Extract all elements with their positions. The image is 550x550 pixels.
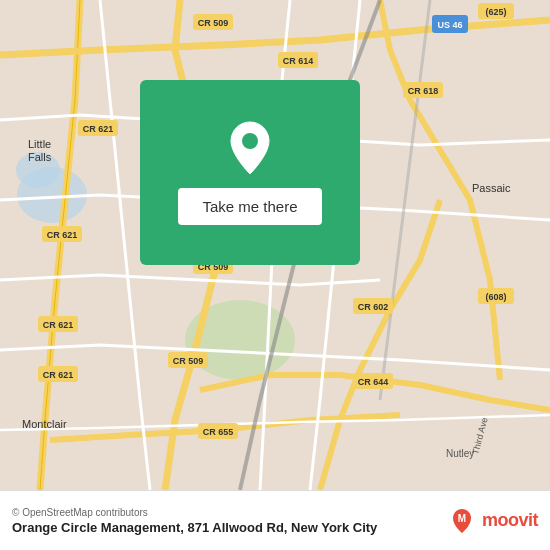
copyright-text: © OpenStreetMap contributors bbox=[12, 507, 377, 518]
svg-text:CR 644: CR 644 bbox=[358, 377, 389, 387]
svg-text:CR 655: CR 655 bbox=[203, 427, 234, 437]
location-text: Orange Circle Management, 871 Allwood Rd… bbox=[12, 520, 377, 535]
location-city: York City bbox=[321, 520, 377, 535]
svg-text:CR 614: CR 614 bbox=[283, 56, 314, 66]
popup-overlay: Take me there bbox=[140, 80, 360, 265]
svg-text:(625): (625) bbox=[485, 7, 506, 17]
moovit-brand: moovit bbox=[482, 510, 538, 531]
take-me-there-button[interactable]: Take me there bbox=[178, 188, 321, 225]
svg-text:CR 509: CR 509 bbox=[198, 18, 229, 28]
svg-text:(608): (608) bbox=[485, 292, 506, 302]
svg-text:CR 602: CR 602 bbox=[358, 302, 389, 312]
svg-point-40 bbox=[242, 133, 258, 149]
svg-text:CR 618: CR 618 bbox=[408, 86, 439, 96]
location-name: Orange Circle Management, 871 Allwood Rd… bbox=[12, 520, 318, 535]
svg-text:M: M bbox=[458, 513, 466, 524]
location-pin-icon bbox=[226, 120, 274, 176]
moovit-icon: M bbox=[448, 507, 476, 535]
svg-text:Falls: Falls bbox=[28, 151, 52, 163]
svg-text:Little: Little bbox=[28, 138, 51, 150]
svg-text:US 46: US 46 bbox=[437, 20, 462, 30]
bottom-bar: © OpenStreetMap contributors Orange Circ… bbox=[0, 490, 550, 550]
svg-text:CR 621: CR 621 bbox=[83, 124, 114, 134]
svg-text:CR 621: CR 621 bbox=[43, 320, 74, 330]
svg-text:Nutley: Nutley bbox=[446, 448, 474, 459]
svg-text:CR 509: CR 509 bbox=[173, 356, 204, 366]
svg-text:Montclair: Montclair bbox=[22, 418, 67, 430]
moovit-logo: M moovit bbox=[448, 507, 538, 535]
svg-text:CR 621: CR 621 bbox=[43, 370, 74, 380]
svg-text:CR 621: CR 621 bbox=[47, 230, 78, 240]
svg-text:Passaic: Passaic bbox=[472, 182, 511, 194]
bottom-left: © OpenStreetMap contributors Orange Circ… bbox=[12, 507, 377, 535]
map-container: Third Ave CR 621 CR 621 CR 621 CR 621 CR… bbox=[0, 0, 550, 490]
